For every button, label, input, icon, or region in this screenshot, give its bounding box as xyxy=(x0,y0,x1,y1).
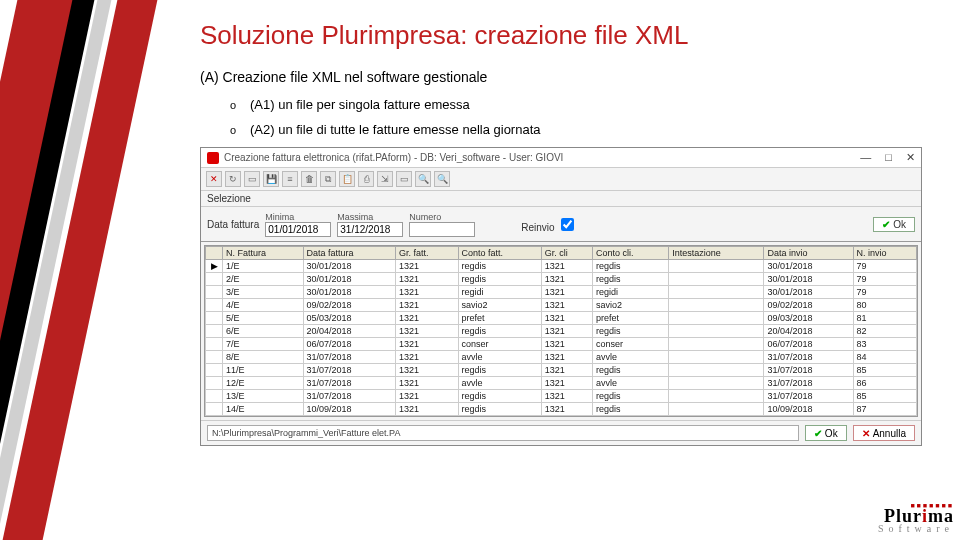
filter-bar: Data fattura Minima Massima Numero Reinv… xyxy=(201,207,921,242)
tool-refresh-icon[interactable]: ↻ xyxy=(225,171,241,187)
tab-selezione[interactable]: Selezione xyxy=(201,191,921,207)
col-header[interactable]: Data invio xyxy=(764,247,853,260)
tool-open-icon[interactable]: ▭ xyxy=(244,171,260,187)
col-header[interactable] xyxy=(206,247,223,260)
tool-copy-icon[interactable]: ⧉ xyxy=(320,171,336,187)
table-row[interactable]: 3/E30/01/20181321regidi1321regidi30/01/2… xyxy=(206,286,917,299)
table-row[interactable]: 5/E05/03/20181321prefet1321prefet09/03/2… xyxy=(206,312,917,325)
tool-save-icon[interactable]: 💾 xyxy=(263,171,279,187)
minimize-button[interactable]: — xyxy=(860,151,871,164)
tool-list-icon[interactable]: ≡ xyxy=(282,171,298,187)
col-header[interactable]: N. Fattura xyxy=(223,247,304,260)
table-row[interactable]: 6/E20/04/20181321regdis1321regdis20/04/2… xyxy=(206,325,917,338)
table-row[interactable]: 12/E31/07/20181321avvle1321avvle31/07/20… xyxy=(206,377,917,390)
input-minima[interactable] xyxy=(265,222,331,237)
table-row[interactable]: 4/E09/02/20181321savio21321savio209/02/2… xyxy=(206,299,917,312)
table-row[interactable]: 13/E31/07/20181321regdis1321regdis31/07/… xyxy=(206,390,917,403)
table-row[interactable]: 7/E06/07/20181321conser1321conser06/07/2… xyxy=(206,338,917,351)
input-massima[interactable] xyxy=(337,222,403,237)
checkbox-reinvio[interactable] xyxy=(561,218,574,231)
label-reinvio: Reinvio xyxy=(521,222,554,233)
table-row[interactable]: 14/E10/09/20181321regdis1321regdis10/09/… xyxy=(206,403,917,416)
brand-logo: ■■■■■■■ Plurima Software xyxy=(878,502,954,534)
filter-ok-button[interactable]: ✔Ok xyxy=(873,217,915,232)
tool-delete-icon[interactable]: ✕ xyxy=(206,171,222,187)
col-header[interactable]: Conto fatt. xyxy=(458,247,541,260)
input-numero[interactable] xyxy=(409,222,475,237)
tool-preview-icon[interactable]: 🔍 xyxy=(415,171,431,187)
label-numero: Numero xyxy=(409,212,441,222)
tool-export-icon[interactable]: ⇲ xyxy=(377,171,393,187)
app-icon xyxy=(207,152,219,164)
section-a: (A) Creazione file XML nel software gest… xyxy=(200,69,950,85)
col-header[interactable]: Gr. fatt. xyxy=(396,247,459,260)
label-minima: Minima xyxy=(265,212,294,222)
table-row[interactable]: 11/E31/07/20181321regdis1321regdis31/07/… xyxy=(206,364,917,377)
tool-print-icon[interactable]: ⎙ xyxy=(358,171,374,187)
app-window: Creazione fattura elettronica (rifat.PAf… xyxy=(200,147,922,446)
maximize-button[interactable]: □ xyxy=(885,151,892,164)
bullet-a1: o(A1) un file per singola fatture emessa xyxy=(230,97,950,112)
tool-trash-icon[interactable]: 🗑 xyxy=(301,171,317,187)
path-box: N:\Plurimpresa\Programmi_Veri\Fatture el… xyxy=(207,425,799,441)
slide-title: Soluzione Plurimpresa: creazione file XM… xyxy=(200,20,950,51)
close-button[interactable]: ✕ xyxy=(906,151,915,164)
label-data-fattura: Data fattura xyxy=(207,219,259,230)
table-row[interactable]: 2/E30/01/20181321regdis1321regdis30/01/2… xyxy=(206,273,917,286)
footer-ok-button[interactable]: ✔Ok xyxy=(805,425,847,441)
toolbar: ✕ ↻ ▭ 💾 ≡ 🗑 ⧉ 📋 ⎙ ⇲ ▭ 🔍 🔍 xyxy=(201,168,921,191)
tool-paste-icon[interactable]: 📋 xyxy=(339,171,355,187)
table-row[interactable]: ▶1/E30/01/20181321regdis1321regdis30/01/… xyxy=(206,260,917,273)
data-grid[interactable]: N. FatturaData fatturaGr. fatt.Conto fat… xyxy=(204,245,918,417)
bullet-a2: o(A2) un file di tutte le fatture emesse… xyxy=(230,122,950,137)
label-massima: Massima xyxy=(337,212,373,222)
annulla-button[interactable]: ✕Annulla xyxy=(853,425,915,441)
col-header[interactable]: N. invio xyxy=(853,247,916,260)
col-header[interactable]: Gr. cli xyxy=(541,247,592,260)
col-header[interactable]: Data fattura xyxy=(303,247,396,260)
tool-zoom-icon[interactable]: 🔍 xyxy=(434,171,450,187)
col-header[interactable]: Conto cli. xyxy=(593,247,669,260)
tool-doc-icon[interactable]: ▭ xyxy=(396,171,412,187)
window-title: Creazione fattura elettronica (rifat.PAf… xyxy=(224,152,563,163)
table-row[interactable]: 8/E31/07/20181321avvle1321avvle31/07/201… xyxy=(206,351,917,364)
col-header[interactable]: Intestazione xyxy=(669,247,764,260)
